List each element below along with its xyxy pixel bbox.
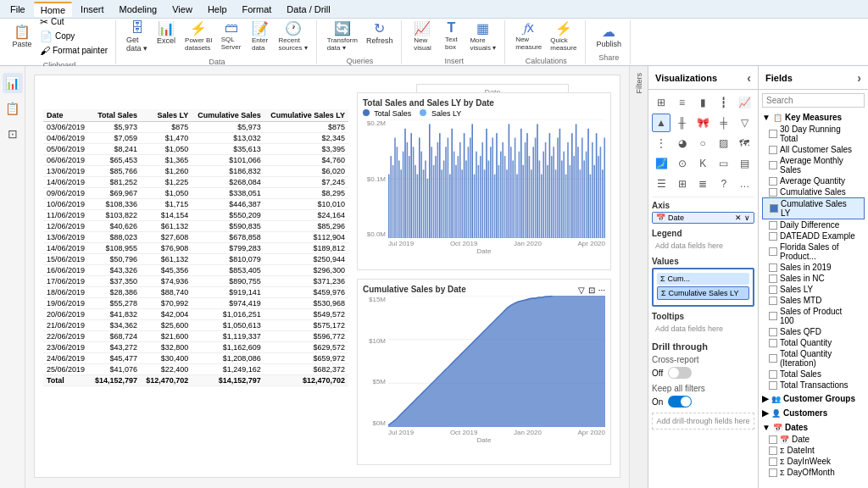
- recent-sources-button[interactable]: 🕐 Recentsources ▾: [275, 19, 311, 54]
- tab-insert[interactable]: Insert: [74, 3, 111, 16]
- field-sales-qfd[interactable]: Sales QFD: [762, 326, 865, 337]
- fields-search[interactable]: [762, 93, 865, 108]
- model-view-icon[interactable]: ⊡: [3, 124, 23, 144]
- viz-icon-treemap[interactable]: ▨: [715, 134, 733, 152]
- report-view-icon[interactable]: 📊: [3, 73, 23, 93]
- values-item-cum[interactable]: Σ Cum...: [657, 273, 749, 285]
- new-measure-button[interactable]: 𝑓x Newmeasure: [512, 19, 545, 53]
- viz-icon-area[interactable]: ▲: [652, 114, 670, 132]
- get-data-button[interactable]: 🗄 Getdata ▾: [123, 19, 151, 54]
- field-sales-nc[interactable]: Sales in NC: [762, 273, 865, 284]
- publish-button[interactable]: ☁ Publish: [593, 22, 625, 50]
- refresh-button[interactable]: ↻ Refresh: [363, 19, 397, 53]
- viz-icon-waterfall[interactable]: ╪: [715, 114, 733, 132]
- values-item-cumly[interactable]: Σ Cumulative Sales LY: [657, 286, 749, 300]
- field-sales-nc-check: [769, 274, 777, 283]
- field-sales-product100[interactable]: Sales of Product 100: [762, 306, 865, 326]
- field-total-qty[interactable]: Total Quantity: [762, 337, 865, 348]
- field-avg-monthly[interactable]: Average Monthly Sales: [762, 155, 865, 175]
- more-visuals-button[interactable]: ▦ Morevisuals ▾: [466, 19, 499, 53]
- tab-modeling[interactable]: Modeling: [113, 3, 164, 16]
- viz-icon-pie[interactable]: ◕: [673, 134, 692, 152]
- viz-icon-line-col[interactable]: ╫: [673, 114, 692, 132]
- axis-field-remove[interactable]: ✕: [735, 214, 742, 222]
- fields-tab[interactable]: Fields ›: [758, 66, 868, 89]
- excel-button[interactable]: 📊 Excel: [153, 19, 180, 54]
- quick-measure-button[interactable]: ⚡ Quickmeasure: [547, 19, 580, 53]
- panel-collapse-right[interactable]: ›: [857, 71, 861, 85]
- viz-icon-gauge[interactable]: ⊙: [673, 154, 692, 173]
- cut-button[interactable]: ✂ Cut: [37, 15, 110, 29]
- viz-icon-scatter[interactable]: ⋮: [652, 134, 670, 152]
- copy-button[interactable]: 📄 Copy: [37, 30, 110, 43]
- text-box-button[interactable]: T Textbox: [437, 19, 465, 53]
- field-cumulative-sales[interactable]: Cumulative Sales: [762, 186, 865, 197]
- viz-icon-card[interactable]: ▭: [715, 154, 733, 173]
- tab-data-drill[interactable]: Data / Drill: [280, 3, 337, 16]
- viz-icon-line[interactable]: 📈: [735, 93, 754, 112]
- tab-view[interactable]: View: [165, 3, 199, 16]
- viz-icon-ribbon[interactable]: 🎀: [693, 114, 712, 132]
- field-sales-ly[interactable]: Sales LY: [762, 284, 865, 295]
- viz-icon-stacked-col[interactable]: ┇: [715, 93, 733, 112]
- enter-data-button[interactable]: 📝 Enterdata: [247, 19, 274, 54]
- ribbon-tabs: File Home Insert Modeling View Help Form…: [0, 0, 868, 65]
- axis-field-chevron[interactable]: ∨: [744, 214, 750, 222]
- field-sales-mtd[interactable]: Sales MTD: [762, 295, 865, 306]
- field-date[interactable]: 📅 Date: [762, 434, 865, 445]
- viz-icon-donut[interactable]: ○: [693, 134, 712, 152]
- tab-file[interactable]: File: [3, 3, 32, 16]
- power-bi-button[interactable]: ⚡ Power BIdatasets: [181, 19, 215, 54]
- field-florida[interactable]: Florida Sales of Product...: [762, 241, 865, 262]
- field-total-sales[interactable]: Total Sales: [762, 369, 865, 380]
- viz-icon-map[interactable]: 🗺: [735, 134, 754, 152]
- field-total-transactions[interactable]: Total Transactions: [762, 380, 865, 391]
- viz-icon-stacked-bar[interactable]: ≡: [673, 93, 692, 112]
- chart-expand-icon[interactable]: ⊡: [588, 286, 595, 295]
- field-all-customer[interactable]: All Customer Sales: [762, 144, 865, 155]
- viz-icon-col[interactable]: ▮: [693, 93, 712, 112]
- chart-more-icon[interactable]: ···: [598, 286, 605, 295]
- visualizations-tab[interactable]: Visualizations ‹: [648, 66, 758, 89]
- legend-add-field[interactable]: Add data fields here: [652, 240, 754, 252]
- field-sales-2019[interactable]: Sales in 2019: [762, 262, 865, 273]
- format-painter-button[interactable]: 🖌 Format painter: [37, 44, 110, 58]
- field-daily-diff[interactable]: Daily Difference: [762, 219, 865, 230]
- customers-header[interactable]: ▶ 👤 Customers: [762, 407, 865, 419]
- viz-icon-kpi[interactable]: K: [693, 154, 712, 173]
- field-dateint[interactable]: Σ DateInt: [762, 445, 865, 456]
- viz-icon-filled-map[interactable]: 🗾: [652, 154, 670, 173]
- new-visual-button[interactable]: 📈 Newvisual: [409, 19, 436, 53]
- field-total-qty-iter[interactable]: Total Quantity (Iteration): [762, 348, 865, 369]
- chart-filter-icon[interactable]: ▽: [578, 286, 585, 295]
- viz-icon-table[interactable]: ☰: [652, 175, 670, 193]
- field-cumulative-ly[interactable]: Cumulative Sales LY: [762, 197, 865, 219]
- viz-icon-more[interactable]: …: [735, 175, 754, 193]
- tab-help[interactable]: Help: [201, 3, 234, 16]
- viz-icon-matrix[interactable]: ⊞: [673, 175, 692, 193]
- field-dayinweek[interactable]: Σ DayInWeek: [762, 456, 865, 467]
- tooltips-add-field[interactable]: Add data fields here: [652, 323, 754, 335]
- transform-button[interactable]: 🔄 Transformdata ▾: [324, 19, 361, 53]
- tab-format[interactable]: Format: [236, 3, 279, 16]
- panel-collapse-left[interactable]: ‹: [747, 71, 751, 85]
- key-measures-header[interactable]: ▼ 📋 Key Measures: [762, 111, 865, 124]
- cross-report-toggle[interactable]: [668, 367, 692, 379]
- viz-icon-funnel[interactable]: ▽: [735, 114, 754, 132]
- dates-header[interactable]: ▼ 📅 Dates: [762, 421, 865, 434]
- viz-icon-bar[interactable]: ⊞: [652, 93, 670, 112]
- field-dayofmonth[interactable]: Σ DayOfMonth: [762, 467, 865, 478]
- viz-icon-slicer[interactable]: ≣: [693, 175, 712, 193]
- viz-icon-qa[interactable]: ?: [715, 175, 733, 193]
- axis-date-field[interactable]: 📅 Date ✕ ∨: [652, 212, 754, 224]
- field-avg-qty[interactable]: Average Quantity: [762, 175, 865, 186]
- paste-button[interactable]: 📋 Paste: [8, 22, 36, 50]
- viz-icon-multirow[interactable]: ▤: [735, 154, 754, 173]
- drill-add-area[interactable]: Add drill-through fields here: [652, 413, 754, 430]
- field-30day[interactable]: 30 Day Running Total: [762, 124, 865, 144]
- customer-groups-header[interactable]: ▶ 👥 Customer Groups: [762, 392, 865, 405]
- data-view-icon[interactable]: 📋: [3, 98, 23, 119]
- field-dateadd[interactable]: DATEADD Example: [762, 230, 865, 241]
- keep-filters-toggle[interactable]: [668, 396, 692, 408]
- sql-server-button[interactable]: 🗃 SQLServer: [218, 19, 245, 54]
